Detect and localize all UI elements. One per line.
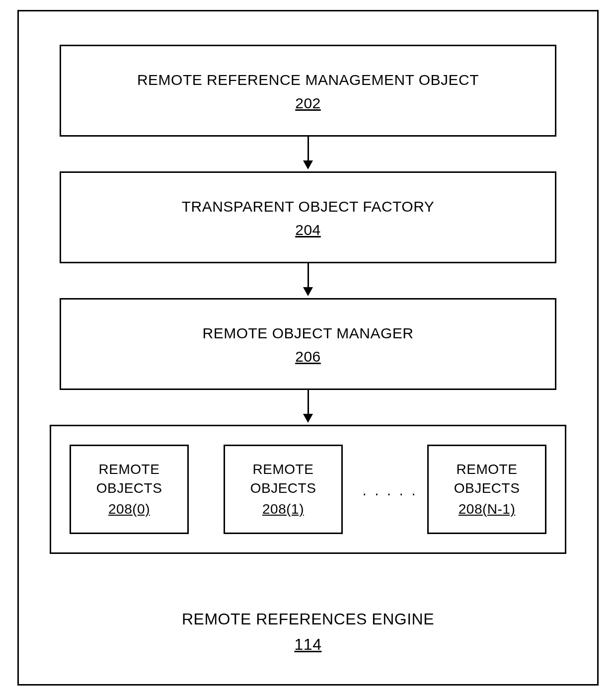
block1-ref: 202	[61, 93, 555, 114]
block2-ref: 204	[61, 220, 555, 240]
block-remote-reference-management-object: REMOTE REFERENCE MANAGEMENT OBJECT 202	[60, 45, 556, 137]
arrow-3-head	[303, 414, 313, 423]
block3-ref: 206	[61, 347, 555, 367]
objbox2-ref: 208(N-1)	[429, 500, 545, 519]
objbox0-line2: OBJECTS	[71, 479, 187, 498]
objbox1-ref: 208(1)	[225, 500, 341, 519]
objbox0-line1: REMOTE	[71, 460, 187, 479]
ellipsis-dots: . . . . .	[358, 482, 422, 499]
block-remote-object-manager: REMOTE OBJECT MANAGER 206	[60, 298, 556, 390]
arrow-1-head	[303, 160, 313, 169]
remote-objects-box-0: REMOTE OBJECTS 208(0)	[70, 445, 189, 534]
arrow-1-line	[308, 137, 309, 161]
objbox2-line1: REMOTE	[429, 460, 545, 479]
container-title-block: REMOTE REFERENCES ENGINE 114	[17, 609, 599, 655]
objbox1-line1: REMOTE	[225, 460, 341, 479]
objbox0-ref: 208(0)	[71, 500, 187, 519]
objbox1-line2: OBJECTS	[225, 479, 341, 498]
container-ref: 114	[17, 634, 599, 655]
remote-objects-box-1: REMOTE OBJECTS 208(1)	[224, 445, 343, 534]
remote-objects-box-n1: REMOTE OBJECTS 208(N-1)	[427, 445, 546, 534]
block1-title: REMOTE REFERENCE MANAGEMENT OBJECT	[61, 70, 555, 90]
arrow-2-head	[303, 287, 313, 296]
block-transparent-object-factory: TRANSPARENT OBJECT FACTORY 204	[60, 171, 556, 263]
block3-title: REMOTE OBJECT MANAGER	[61, 323, 555, 344]
container-title: REMOTE REFERENCES ENGINE	[17, 609, 599, 630]
objbox2-line2: OBJECTS	[429, 479, 545, 498]
arrow-3-line	[308, 390, 309, 415]
arrow-2-line	[308, 263, 309, 288]
diagram-canvas: REMOTE REFERENCE MANAGEMENT OBJECT 202 T…	[0, 0, 616, 695]
block2-title: TRANSPARENT OBJECT FACTORY	[61, 197, 555, 217]
